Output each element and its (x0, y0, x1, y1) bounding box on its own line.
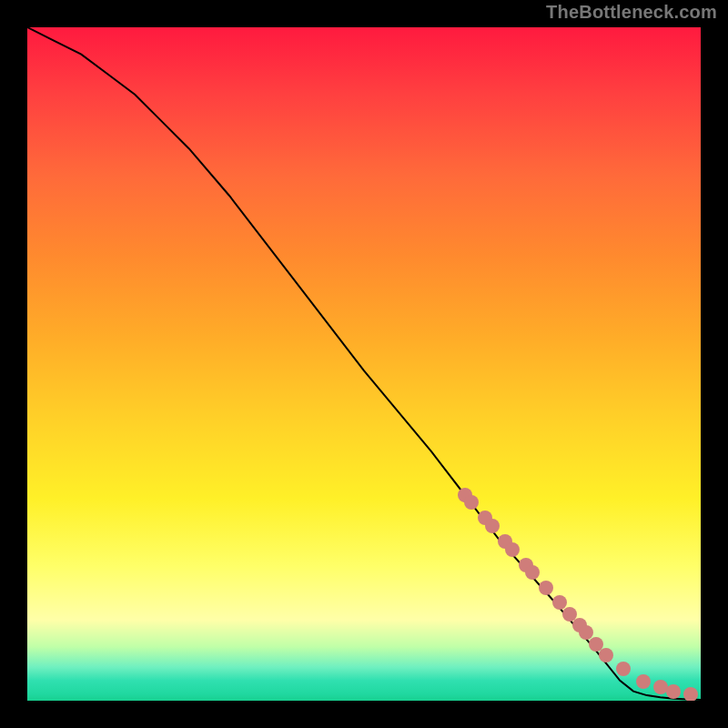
marker-dot (616, 662, 631, 676)
marker-dot (505, 542, 520, 557)
marker-dot (464, 495, 479, 510)
marker-dot (525, 565, 540, 580)
marker-dot (636, 674, 651, 689)
marker-dot (539, 581, 553, 595)
marker-dot (683, 687, 698, 701)
marker-dot (485, 519, 500, 533)
curve-path (27, 27, 701, 700)
marker-dot (666, 684, 681, 699)
marker-dot (599, 648, 613, 662)
marker-dot (653, 680, 668, 694)
root: TheBottleneck.com (0, 0, 728, 728)
watermark-text: TheBottleneck.com (546, 2, 717, 23)
plot-area (27, 27, 701, 701)
curve-svg (27, 27, 701, 701)
